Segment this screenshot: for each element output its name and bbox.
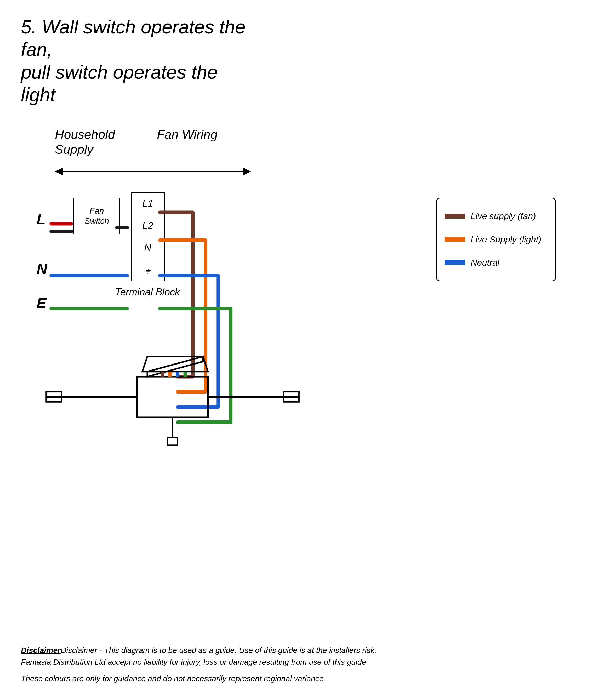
svg-marker-9 bbox=[142, 356, 208, 372]
live-light-label: Live Supply (light) bbox=[471, 234, 541, 245]
wire-label-N: N bbox=[36, 260, 47, 277]
fan-switch-label: FanSwitch bbox=[84, 206, 109, 226]
disclaimer-line2: Fantasia Distribution Ltd accept no liab… bbox=[21, 656, 577, 668]
live-fan-swatch bbox=[445, 214, 466, 219]
neutral-swatch bbox=[445, 260, 466, 265]
svg-rect-12 bbox=[46, 392, 61, 402]
terminal-block: L1 L2 N ⏚ bbox=[131, 193, 165, 281]
terminal-block-label: Terminal Block bbox=[115, 286, 180, 298]
supply-arrow bbox=[55, 166, 251, 177]
svg-rect-10 bbox=[137, 377, 208, 417]
legend-box: Live supply (fan) Live Supply (light) Ne… bbox=[436, 198, 556, 281]
wire-label-L: L bbox=[36, 211, 46, 228]
disclaimer-line1: DisclaimerDisclaimer - This diagram is t… bbox=[21, 644, 577, 656]
diagram-area: HouseholdSupply Fan Wiring L N E FanSwit… bbox=[21, 127, 577, 546]
page-container: 5. Wall switch operates the fan,pull swi… bbox=[0, 0, 598, 700]
terminal-L2: L2 bbox=[131, 215, 164, 237]
fan-switch-box: FanSwitch bbox=[73, 198, 120, 234]
svg-rect-14 bbox=[284, 392, 299, 402]
disclaimer-line4: These colours are only for guidance and … bbox=[21, 673, 577, 684]
svg-marker-2 bbox=[243, 168, 251, 175]
household-supply-label: HouseholdSupply bbox=[55, 127, 115, 157]
live-light-swatch bbox=[445, 237, 466, 242]
disclaimer-section: DisclaimerDisclaimer - This diagram is t… bbox=[21, 644, 577, 684]
legend-neutral: Neutral bbox=[445, 257, 548, 268]
legend-live-light: Live Supply (light) bbox=[445, 234, 548, 245]
neutral-label: Neutral bbox=[471, 257, 499, 268]
wiring-svg bbox=[21, 127, 577, 546]
terminal-N: N bbox=[131, 237, 164, 259]
svg-rect-16 bbox=[168, 437, 178, 445]
main-title: 5. Wall switch operates the fan,pull swi… bbox=[21, 16, 256, 106]
terminal-E: ⏚ bbox=[131, 259, 164, 281]
terminal-L1: L1 bbox=[131, 193, 164, 215]
live-fan-label: Live supply (fan) bbox=[471, 211, 536, 221]
svg-marker-8 bbox=[147, 356, 203, 377]
svg-marker-0 bbox=[55, 168, 63, 175]
legend-live-fan: Live supply (fan) bbox=[445, 211, 548, 221]
fan-wiring-label: Fan Wiring bbox=[157, 127, 218, 142]
wire-label-E: E bbox=[36, 295, 46, 311]
